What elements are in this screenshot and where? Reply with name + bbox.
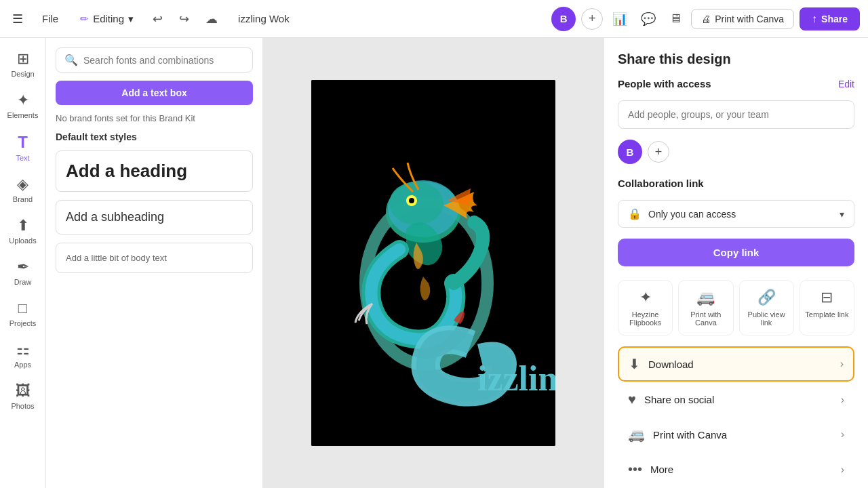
cloud-save-button[interactable]: ☁ — [201, 7, 222, 30]
menu-button[interactable]: ☰ — [8, 7, 27, 30]
chat-button[interactable]: 💬 — [637, 7, 660, 30]
share-avatar-letter: B — [627, 146, 634, 158]
collab-link-label: Collaboration link — [618, 178, 854, 189]
apps-icon: ⚏ — [16, 341, 30, 359]
topbar: ☰ File ✏ Editing ▾ ↩ ↪ ☁ izzling Wok B +… — [0, 0, 868, 38]
print-canva-action-label: Print with Canva — [653, 429, 727, 441]
chat-icon: 💬 — [641, 12, 656, 26]
edit-access-link[interactable]: Edit — [838, 79, 854, 89]
chevron-down-icon: ▾ — [840, 209, 844, 220]
template-link-option[interactable]: ⊟ Template link — [800, 280, 854, 336]
download-action[interactable]: ⬇ Download › — [618, 346, 854, 382]
more-action[interactable]: ••• More › — [618, 453, 854, 486]
dragon-artwork: izzlin — [311, 80, 555, 446]
svg-text:izzlin: izzlin — [477, 359, 555, 398]
canvas-area[interactable]: izzlin — [263, 38, 604, 488]
heyzine-icon: ✦ — [639, 289, 652, 306]
text-icon: T — [18, 133, 28, 152]
add-textbox-button[interactable]: Add a text box — [56, 81, 253, 105]
share-button[interactable]: ↑ Share — [800, 7, 860, 30]
sidebar-item-draw[interactable]: ✒ Draw — [3, 253, 43, 291]
sidebar-item-uploads[interactable]: ⬆ Uploads — [3, 211, 43, 250]
elements-label: Elements — [7, 111, 39, 119]
sidebar-item-elements[interactable]: ✦ Elements — [3, 86, 43, 125]
more-dots-icon: ••• — [628, 462, 642, 477]
uploads-label: Uploads — [9, 237, 36, 245]
design-label: Design — [11, 70, 34, 78]
sidebar-item-brand[interactable]: ◈ Brand — [3, 170, 43, 209]
sidebar-item-design[interactable]: ⊞ Design — [3, 45, 43, 83]
uploads-icon: ⬆ — [17, 217, 29, 235]
share-social-label: Share on social — [644, 394, 714, 405]
draw-label: Draw — [14, 278, 32, 286]
share-add-people-button[interactable]: + — [648, 141, 669, 163]
apps-label: Apps — [14, 361, 31, 369]
public-view-label: Public view link — [744, 310, 789, 327]
public-view-option[interactable]: 🔗 Public view link — [739, 280, 794, 336]
file-button[interactable]: File — [35, 9, 65, 28]
stats-icon: 📊 — [612, 12, 627, 26]
print-canva-action[interactable]: 🚐 Print with Canva › — [618, 418, 854, 451]
photos-icon: 🖼 — [16, 382, 31, 400]
avatar-letter: B — [560, 13, 568, 24]
heading-style[interactable]: Add a heading — [56, 150, 253, 192]
print-van-icon: 🚐 — [628, 426, 645, 443]
photos-label: Photos — [11, 402, 34, 410]
body-style[interactable]: Add a little bit of body text — [56, 243, 253, 273]
add-icon: + — [589, 12, 596, 26]
sidebar-item-text[interactable]: T Text — [3, 127, 43, 167]
present-button[interactable]: 🖥 — [665, 7, 686, 30]
redo-icon: ↪ — [179, 12, 189, 26]
redo-button[interactable]: ↪ — [175, 7, 193, 30]
svg-point-4 — [389, 182, 443, 225]
lock-icon: 🔒 — [628, 207, 642, 220]
print-button[interactable]: 🖨 Print with Canva — [691, 9, 794, 29]
design-icon: ⊞ — [17, 50, 29, 68]
search-input[interactable] — [83, 55, 244, 66]
projects-icon: □ — [18, 300, 27, 317]
people-access-label: People with access — [618, 78, 711, 89]
cloud-icon: ☁ — [205, 12, 218, 26]
chevron-icon: ▾ — [128, 13, 134, 25]
print-icon: 🖨 — [701, 14, 711, 24]
download-action-left: ⬇ Download — [629, 356, 694, 372]
stats-button[interactable]: 📊 — [608, 7, 631, 30]
action-list: ⬇ Download › ♥ Share on social › 🚐 Print… — [618, 346, 854, 486]
print-canva-action-left: 🚐 Print with Canva — [628, 426, 727, 443]
undo-button[interactable]: ↩ — [149, 7, 167, 30]
heyzine-label: Heyzine Flipbooks — [623, 310, 668, 327]
collab-dropdown-left: 🔒 Only you can access — [628, 207, 736, 220]
download-chevron-icon: › — [840, 358, 844, 370]
search-icon: 🔍 — [64, 54, 78, 66]
editing-label: Editing — [93, 13, 124, 24]
share-panel: Share this design People with access Edi… — [604, 38, 868, 488]
user-avatar[interactable]: B — [551, 7, 576, 31]
print-canva-option[interactable]: 🚐 Print with Canva — [678, 280, 733, 336]
share-label: Share — [821, 14, 848, 24]
heyzine-option[interactable]: ✦ Heyzine Flipbooks — [618, 280, 673, 336]
project-name: izzling Wok — [238, 13, 290, 24]
sidebar-item-apps[interactable]: ⚏ Apps — [3, 336, 43, 374]
add-people-button[interactable]: + — [581, 8, 603, 30]
sidebar-item-photos[interactable]: 🖼 Photos — [3, 377, 43, 415]
heart-icon: ♥ — [628, 392, 636, 407]
template-link-label: Template link — [805, 310, 848, 319]
undo-icon: ↩ — [153, 12, 163, 26]
public-view-icon: 🔗 — [757, 289, 776, 306]
left-panel: 🔍 Add a text box No brand fonts set for … — [46, 38, 263, 488]
share-social-action[interactable]: ♥ Share on social › — [618, 383, 854, 416]
editing-button[interactable]: ✏ Editing ▾ — [73, 9, 140, 29]
subheading-style[interactable]: Add a subheading — [56, 200, 253, 235]
people-input[interactable] — [618, 100, 854, 129]
share-icon: ↑ — [812, 13, 817, 25]
canvas-content: izzlin — [311, 80, 555, 446]
copy-link-button[interactable]: Copy link — [618, 239, 854, 266]
more-chevron-icon: › — [841, 464, 844, 476]
file-label: File — [42, 13, 58, 24]
share-social-chevron-icon: › — [841, 394, 844, 406]
print-canva-chevron-icon: › — [841, 428, 844, 441]
share-avatar[interactable]: B — [618, 140, 642, 164]
collab-dropdown[interactable]: 🔒 Only you can access ▾ — [618, 200, 854, 228]
sidebar-item-projects[interactable]: □ Projects — [3, 294, 43, 333]
copy-link-label: Copy link — [713, 247, 760, 258]
